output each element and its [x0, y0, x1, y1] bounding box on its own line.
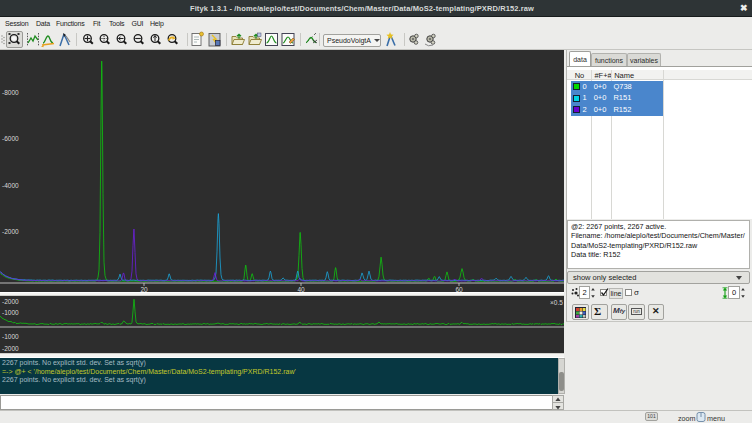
svg-text:-2000: -2000	[2, 298, 19, 305]
svg-text:-6000: -6000	[2, 135, 19, 142]
svg-text:-1000: -1000	[2, 309, 19, 316]
svg-text:-4000: -4000	[2, 182, 19, 189]
svg-text:-1000: -1000	[2, 333, 19, 340]
svg-text:-2000: -2000	[2, 345, 19, 352]
svg-text:-8000: -8000	[2, 89, 19, 96]
svg-text:×0.5: ×0.5	[550, 299, 563, 306]
svg-text:-2000: -2000	[2, 228, 19, 235]
